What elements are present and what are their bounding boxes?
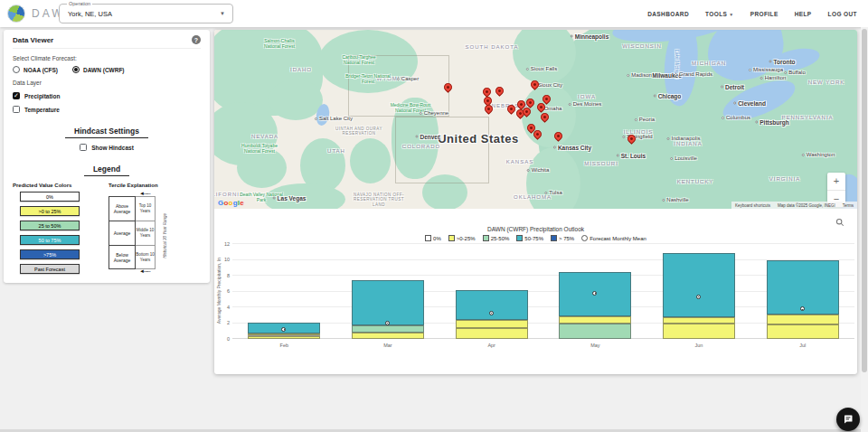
data-layer-label: Data Layer xyxy=(13,80,201,86)
nav-tools[interactable]: TOOLS▼ xyxy=(705,11,734,17)
map-attribution: Keyboard shortcuts Map data ©2025 Google… xyxy=(731,202,857,209)
x-axis-tick: Jul xyxy=(750,343,854,348)
checkbox-precipitation[interactable]: ✓ Precipitation xyxy=(13,92,201,99)
radio-checked-icon xyxy=(72,66,80,73)
google-map[interactable]: United States + − Google Keyboard shortc… xyxy=(214,30,857,209)
predicted-value-colors-title: Predicted Value Colors xyxy=(13,183,92,188)
bar-segment xyxy=(559,324,631,339)
y-axis-tick: 4 xyxy=(227,305,230,310)
tercile-average: Average xyxy=(108,221,136,245)
bar-column-may: May xyxy=(543,244,647,339)
nav-logout[interactable]: LOG OUT xyxy=(828,11,857,17)
checkbox-icon xyxy=(13,106,20,113)
country-label: United States xyxy=(438,132,519,146)
hindcast-settings-title: Hindcast Settings xyxy=(65,127,148,138)
nav-help[interactable]: HELP xyxy=(795,11,812,17)
keyboard-shortcuts-link[interactable]: Keyboard shortcuts xyxy=(735,203,770,208)
stacked-bar-mar[interactable] xyxy=(352,244,424,339)
x-axis-tick: May xyxy=(543,343,647,348)
radio-icon xyxy=(13,66,20,73)
bar-segment xyxy=(663,253,735,317)
city-label: Peoria xyxy=(635,117,655,122)
bar-column-mar: Mar xyxy=(336,244,440,339)
legend-item[interactable]: 25-50% xyxy=(483,235,510,241)
state-label: INDIANA xyxy=(674,141,702,146)
chart-plot-area: 024681012FebMarAprMayJunJul xyxy=(232,244,854,339)
stacked-bar-apr[interactable] xyxy=(456,244,528,339)
city-label: Denver xyxy=(415,134,439,140)
park-label: Bridger-Teton National Forest xyxy=(344,74,392,85)
map-vegetation-patch xyxy=(350,138,391,183)
stacked-bar-jul[interactable] xyxy=(767,244,839,339)
map-marker[interactable] xyxy=(494,85,505,97)
nav-dashboard[interactable]: DASHBOARD xyxy=(647,11,689,17)
color-legend-box: >75% xyxy=(20,249,80,259)
state-label: NEW YORK xyxy=(808,80,845,85)
scrollbar-thumb[interactable] xyxy=(862,29,867,372)
y-axis-tick: 2 xyxy=(227,320,230,325)
park-label: Salmon-Challis National Forest xyxy=(256,39,303,50)
y-axis-tick: 12 xyxy=(224,241,230,247)
legend-swatch xyxy=(483,235,489,241)
zoom-in-button[interactable]: + xyxy=(827,173,845,190)
bar-segment xyxy=(352,280,424,325)
vertical-scrollbar[interactable] xyxy=(861,27,868,432)
map-data-credit: Map data ©2025 Google, INEGI xyxy=(778,203,835,208)
legend-swatch xyxy=(448,235,455,241)
radio-dawn-cwrf[interactable]: DAWN (CWRF) xyxy=(72,66,125,73)
state-border xyxy=(395,117,489,183)
city-label: Louisville xyxy=(670,155,697,161)
x-axis-tick: Apr xyxy=(439,343,543,348)
bar-segment xyxy=(248,336,320,339)
legend-title: Legend xyxy=(84,164,129,176)
city-label: St. Louis xyxy=(617,153,646,159)
legend-item[interactable]: Forecast Monthly Mean xyxy=(581,235,646,241)
y-axis-tick: 6 xyxy=(227,288,230,294)
bar-segment xyxy=(352,325,424,333)
panel-title: Data Viewer xyxy=(13,36,53,44)
legend-item[interactable]: 50-75% xyxy=(516,235,543,241)
stacked-bar-may[interactable] xyxy=(559,244,631,339)
chat-feedback-button[interactable] xyxy=(836,408,860,431)
city-label: Las Vegas xyxy=(273,195,307,202)
top-app-bar: DAWN Operation York, NE, USA ▼ DASHBOARD… xyxy=(0,0,868,27)
city-label: Minneapolis xyxy=(571,33,609,40)
legend-item[interactable]: >0-25% xyxy=(448,235,476,241)
city-label: Cheyenne xyxy=(420,110,448,116)
legend-circle-icon xyxy=(581,235,588,241)
bar-column-jun: Jun xyxy=(647,244,751,339)
state-label: COLORADO xyxy=(402,144,440,149)
stacked-bar-jun[interactable] xyxy=(663,244,735,339)
legend-item[interactable]: 0% xyxy=(425,235,441,241)
city-label: Washington xyxy=(802,152,835,157)
terms-link[interactable]: Terms xyxy=(843,203,854,208)
x-axis-tick: Feb xyxy=(232,343,336,348)
nav-profile[interactable]: PROFILE xyxy=(750,11,778,17)
stacked-bar-feb[interactable] xyxy=(248,244,320,339)
city-label: Wichita xyxy=(527,167,550,173)
park-label: Caribou-Targhee National Forest xyxy=(335,55,382,66)
state-label: KANSAS xyxy=(506,159,533,164)
forecast-mean-dot xyxy=(281,327,286,332)
y-axis-label: Average Monthly Precipitation, In xyxy=(213,243,224,338)
city-label: Tulsa xyxy=(544,190,561,195)
chart-title: DAWN (CWRF) Precipitation Outlook xyxy=(214,226,857,232)
operation-select-value: York, NE, USA xyxy=(68,10,112,18)
main-content-card: United States + − Google Keyboard shortc… xyxy=(214,30,857,374)
help-icon[interactable]: ? xyxy=(192,35,201,44)
operation-select[interactable]: Operation York, NE, USA ▼ xyxy=(59,4,233,23)
city-label: Grand Rapids xyxy=(675,71,712,77)
tercile-middle-years: Middle 10 Years xyxy=(136,221,156,245)
forecast-mean-dot xyxy=(385,321,390,325)
checkbox-show-hindcast[interactable]: Show Hindcast xyxy=(13,144,201,151)
tercile-explanation-title: Tercile Explanation xyxy=(108,183,158,188)
checkbox-temperature[interactable]: Temperature xyxy=(13,106,201,113)
legend-item[interactable]: > 75% xyxy=(551,235,574,241)
radio-noaa-cfs[interactable]: NOAA (CFS) xyxy=(13,66,58,73)
state-label: MICHIGAN xyxy=(692,61,726,66)
city-label: Detroit xyxy=(721,84,744,90)
state-label: KENTUCKY xyxy=(677,179,714,184)
predicted-value-colors: 0%>0 to 25%25 to 50%50 to 75%>75%Past Fo… xyxy=(13,192,92,274)
x-axis-tick: Jun xyxy=(647,343,751,348)
tercile-diagram: Above Average Top 10 Years Average Middl… xyxy=(108,196,158,269)
